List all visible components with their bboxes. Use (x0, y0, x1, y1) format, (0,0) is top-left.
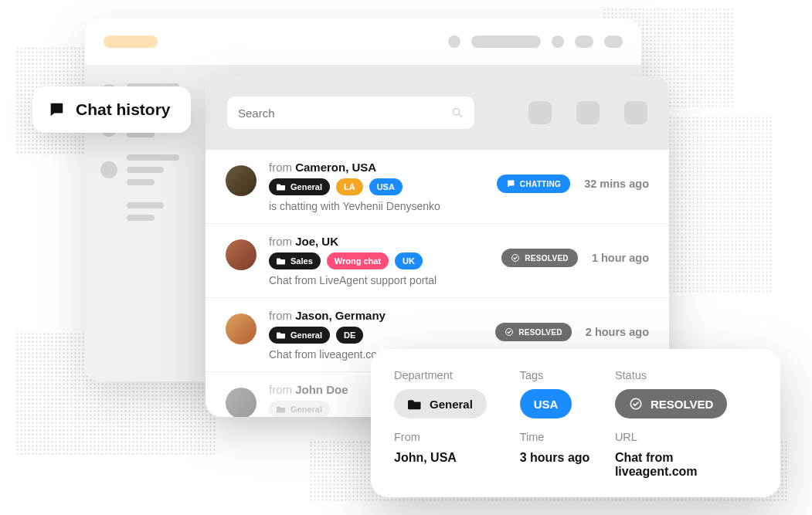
chat-row-right: RESOLVED1 hour ago (501, 249, 649, 267)
chat-subtitle: is chatting with Yevhenii Denysenko (269, 200, 484, 212)
chat-row-main: from Cameron, USAGeneralLAUSAis chatting… (269, 161, 484, 212)
folder-icon (408, 398, 422, 410)
detail-label-tags: Tags (520, 369, 601, 381)
chat-row-right: RESOLVED2 hours ago (495, 323, 649, 341)
chat-from-line: from Jason, Germany (269, 309, 483, 322)
folder-icon (277, 405, 286, 413)
detail-status-value: RESOLVED (651, 398, 713, 411)
chat-tag[interactable]: Wrong chat (327, 252, 389, 269)
panel-header (206, 76, 669, 150)
detail-label-department: Department (394, 369, 506, 381)
chat-subtitle: Chat from LiveAgent support portal (269, 274, 489, 286)
chat-icon (48, 101, 65, 118)
chat-tag[interactable]: LA (336, 178, 363, 195)
chat-time: 32 mins ago (584, 178, 649, 190)
search-icon (451, 107, 464, 119)
detail-status-pill[interactable]: RESOLVED (615, 389, 727, 418)
folder-icon (277, 331, 286, 339)
avatar (226, 239, 257, 270)
chat-history-card: Chat history (32, 86, 191, 133)
status-pill: RESOLVED (501, 249, 578, 267)
search-box[interactable] (227, 97, 474, 129)
placeholder-bar (575, 36, 593, 48)
chat-from-line: from Joe, UK (269, 235, 489, 248)
shadow-speckle (664, 116, 773, 293)
chat-time: 2 hours ago (586, 326, 649, 338)
placeholder-bar (604, 36, 623, 48)
placeholder-dot (552, 36, 564, 48)
chat-tag[interactable]: USA (369, 178, 403, 195)
placeholder-bar (471, 36, 541, 48)
chat-tags: SalesWrong chatUK (269, 252, 489, 269)
chat-history-title: Chat history (76, 100, 171, 119)
detail-label-status: Status (615, 369, 757, 381)
chat-row[interactable]: from Cameron, USAGeneralLAUSAis chatting… (206, 150, 669, 224)
detail-tag-value: USA (534, 398, 559, 411)
detail-from-value: John, USA (394, 451, 506, 465)
logo-placeholder (104, 36, 158, 48)
chat-time: 1 hour ago (592, 252, 649, 264)
department-tag[interactable]: General (269, 327, 330, 344)
check-circle-icon (505, 327, 514, 337)
svg-line-1 (459, 114, 461, 117)
check-circle-icon (511, 253, 520, 263)
avatar (226, 388, 257, 417)
chat-row[interactable]: from Joe, UKSalesWrong chatUKChat from L… (206, 224, 669, 298)
detail-time-value: 3 hours ago (520, 451, 601, 465)
department-tag[interactable]: General (269, 178, 330, 195)
detail-label-url: URL (615, 431, 757, 443)
detail-department-pill[interactable]: General (394, 389, 487, 418)
header-action-placeholder[interactable] (528, 101, 552, 124)
chat-icon (506, 179, 515, 188)
check-circle-icon (629, 397, 643, 411)
chat-from-line: from Cameron, USA (269, 161, 484, 174)
detail-url-value: Chat from liveagent.com (615, 451, 757, 479)
avatar (226, 165, 257, 196)
folder-icon (277, 183, 286, 191)
chat-tag[interactable]: UK (395, 252, 423, 269)
background-topbar (85, 19, 641, 65)
chat-tags: GeneralLAUSA (269, 178, 484, 195)
detail-tag-pill[interactable]: USA (520, 389, 572, 418)
header-action-placeholder[interactable] (624, 101, 647, 124)
status-pill: CHATTING (497, 174, 570, 193)
department-tag[interactable]: Sales (269, 252, 321, 269)
chat-tag[interactable]: DE (336, 327, 363, 344)
chat-row-main: from Joe, UKSalesWrong chatUKChat from L… (269, 235, 489, 286)
department-tag[interactable]: General (269, 401, 330, 417)
chat-tags: GeneralDE (269, 327, 483, 344)
avatar (226, 313, 257, 344)
chat-detail-popover: Department General Tags USA Status RESOL… (371, 349, 780, 497)
placeholder-dot (448, 36, 460, 48)
chat-row-right: CHATTING32 mins ago (497, 174, 649, 193)
header-action-placeholder[interactable] (576, 101, 600, 124)
status-pill: RESOLVED (495, 323, 572, 341)
folder-icon (277, 257, 286, 265)
detail-label-time: Time (520, 431, 601, 443)
detail-department-value: General (430, 398, 473, 411)
search-input[interactable] (238, 107, 451, 120)
detail-label-from: From (394, 431, 506, 443)
svg-point-0 (454, 109, 460, 115)
